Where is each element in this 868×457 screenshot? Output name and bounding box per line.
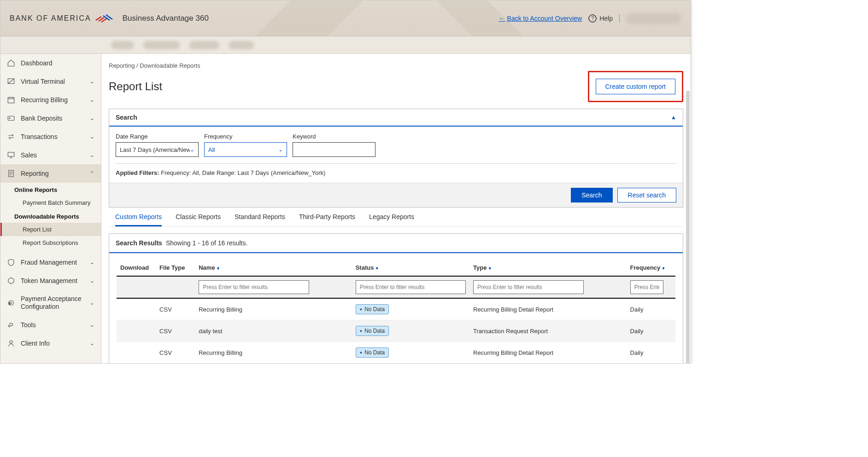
shield-icon (7, 258, 15, 266)
cell-type: Recurring Billing Detail Report (469, 298, 626, 320)
chevron-down-icon: ⌄ (90, 133, 94, 140)
sidebar-item-tools[interactable]: Tools ⌄ (0, 316, 101, 334)
sidebar-sub-payment-batch[interactable]: Payment Batch Summary (0, 196, 101, 209)
sort-icon: ♦ (217, 265, 220, 271)
tab-classic-reports[interactable]: Classic Reports (176, 213, 221, 226)
sidebar-label: Recurring Billing (21, 96, 68, 104)
chevron-down-icon: ⌄ (190, 146, 194, 153)
bank-logo: BANK OF AMERICA (10, 14, 113, 23)
svg-point-9 (10, 341, 12, 343)
token-icon (7, 277, 15, 285)
cell-name: daily test (195, 320, 352, 342)
terminal-icon (7, 77, 15, 86)
sidebar-item-payment-config[interactable]: $ Payment Acceptance Configuration ⌄ (0, 290, 101, 316)
svg-rect-1 (8, 98, 14, 103)
bank-name-text: BANK OF AMERICA (10, 14, 91, 23)
header-divider (619, 14, 620, 23)
keyword-input[interactable] (293, 142, 375, 157)
user-icon (7, 339, 15, 347)
swap-icon (7, 133, 15, 141)
applied-filters: Applied Filters: Frequency: All, Date Ra… (116, 169, 676, 176)
sidebar-label: Payment Acceptance Configuration (21, 295, 84, 311)
col-status[interactable]: Status♦ (352, 260, 469, 276)
sidebar-label: Fraud Management (21, 259, 77, 266)
chevron-down-icon: ⌄ (90, 259, 94, 266)
chevron-down-icon: ⌄ (90, 300, 94, 306)
col-download[interactable]: Download (117, 260, 156, 276)
table-row: CSV Recurring Billing No Data Recurring … (117, 298, 675, 320)
main-content: Reporting / Downloadable Reports Report … (101, 54, 691, 363)
col-filetype[interactable]: File Type (156, 260, 195, 276)
status-filter-input[interactable] (356, 280, 466, 294)
table-row: CSV daily test No Data Transaction Reque… (117, 320, 675, 342)
sidebar-sub-report-list[interactable]: Report List (0, 223, 101, 236)
tab-standard-reports[interactable]: Standard Reports (235, 213, 285, 226)
sidebar-sub-report-subscriptions[interactable]: Report Subscriptions (0, 236, 101, 249)
status-badge: No Data (356, 347, 389, 358)
sidebar-label: Bank Deposits (21, 115, 62, 122)
calendar-icon (7, 96, 15, 104)
back-link-text: Back to Account Overview (507, 15, 582, 22)
sidebar-sub-online-reports[interactable]: Online Reports (0, 183, 101, 196)
help-icon: ? (588, 14, 597, 23)
user-menu[interactable] (626, 13, 681, 24)
chevron-down-icon: ⌄ (90, 152, 94, 158)
sidebar-label: Tools (21, 321, 36, 329)
help-button[interactable]: ? Help (588, 14, 613, 23)
create-custom-report-button[interactable]: Create custom report (596, 79, 676, 94)
sidebar-item-reporting[interactable]: Reporting ⌃ (0, 164, 101, 183)
svg-point-3 (9, 118, 10, 119)
applied-filters-text: Frequency: All, Date Range: Last 7 Days … (161, 169, 325, 176)
report-icon (7, 169, 15, 178)
redacted-value-2 (229, 41, 254, 49)
frequency-value: All (208, 146, 215, 153)
cell-frequency: Daily (627, 298, 675, 320)
results-panel: Search Results Showing 1 - 16 of 16 resu… (109, 233, 683, 363)
sidebar: Dashboard Virtual Terminal ⌄ Recurring B… (0, 54, 101, 363)
col-name[interactable]: Name♦ (195, 260, 352, 276)
status-badge: No Data (356, 326, 389, 336)
search-panel-header[interactable]: Search ▲ (109, 109, 683, 127)
sidebar-sub-downloadable[interactable]: Downloadable Reports (0, 209, 101, 223)
date-range-value: Last 7 Days (America/New_Y (120, 146, 190, 153)
sidebar-label: Sales (21, 151, 37, 159)
results-header-info: Showing 1 - 16 of 16 results. (166, 239, 247, 247)
name-filter-input[interactable] (199, 280, 309, 294)
search-button[interactable]: Search (571, 188, 612, 202)
sidebar-item-fraud[interactable]: Fraud Management ⌄ (0, 253, 101, 272)
top-header: BANK OF AMERICA Business Advantage 360 B… (0, 0, 691, 36)
cell-frequency: Daily (627, 342, 675, 364)
chevron-up-icon: ⌃ (90, 170, 94, 177)
page-title: Report List (109, 80, 162, 93)
redacted-label-2 (189, 41, 219, 49)
sidebar-item-client-info[interactable]: Client Info ⌄ (0, 334, 101, 353)
sidebar-item-transactions[interactable]: Transactions ⌄ (0, 127, 101, 146)
search-panel: Search ▲ Date Range Last 7 Days (America… (109, 109, 683, 208)
sidebar-item-dashboard[interactable]: Dashboard (0, 54, 101, 72)
back-to-overview-link[interactable]: Back to Account Overview (499, 15, 582, 22)
scrollbar[interactable] (686, 91, 690, 363)
tab-custom-reports[interactable]: Custom Reports (115, 213, 162, 226)
sidebar-label: Virtual Terminal (21, 78, 65, 85)
frequency-select[interactable]: All ⌄ (204, 142, 287, 157)
frequency-filter-input[interactable] (630, 280, 663, 294)
chevron-down-icon: ⌄ (90, 115, 94, 121)
type-filter-input[interactable] (473, 280, 584, 294)
chevron-down-icon: ⌄ (90, 340, 94, 347)
sidebar-item-bank-deposits[interactable]: Bank Deposits ⌄ (0, 109, 101, 127)
tab-legacy-reports[interactable]: Legacy Reports (369, 213, 414, 226)
bank-icon (7, 114, 15, 122)
cell-name: Recurring Billing (195, 298, 352, 320)
sidebar-item-virtual-terminal[interactable]: Virtual Terminal ⌄ (0, 72, 101, 91)
reset-search-button[interactable]: Reset search (617, 188, 676, 202)
tab-third-party-reports[interactable]: Third-Party Reports (299, 213, 355, 226)
cell-filetype: CSV (156, 320, 195, 342)
col-type[interactable]: Type♦ (469, 260, 626, 276)
cell-frequency: Daily (627, 320, 675, 342)
sidebar-item-sales[interactable]: Sales ⌄ (0, 146, 101, 164)
sidebar-item-recurring-billing[interactable]: Recurring Billing ⌄ (0, 91, 101, 109)
col-frequency[interactable]: Frequency♦ (627, 260, 675, 276)
cell-type: Recurring Billing Detail Report (469, 342, 626, 364)
sidebar-item-token[interactable]: Token Management ⌄ (0, 272, 101, 290)
date-range-select[interactable]: Last 7 Days (America/New_Y ⌄ (116, 142, 199, 157)
